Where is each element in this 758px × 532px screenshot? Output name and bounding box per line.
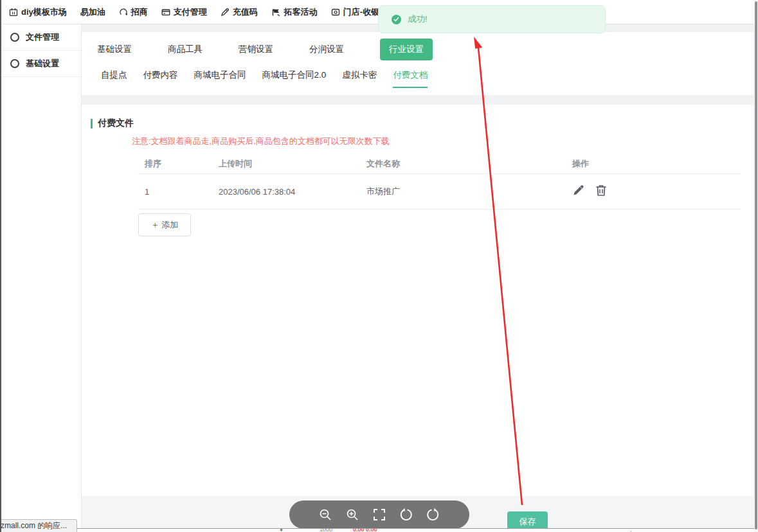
cell-upload-time: 2023/06/06 17:38:04	[219, 187, 366, 197]
clipped-text-fragment: ,	[630, 528, 632, 532]
rotate-left-icon[interactable]	[399, 508, 413, 522]
clipped-text-fragment: ¥	[280, 528, 283, 532]
radio-circle-icon	[10, 33, 19, 42]
topnav-item-diy-template-market[interactable]: diy模板市场	[9, 6, 67, 18]
zoom-in-icon[interactable]	[345, 508, 360, 522]
settings-tabs-card: 基础设置 商品工具 营销设置 分润设置 行业设置 自提点 付费内容 商城电子合同…	[82, 32, 753, 95]
tab-basic-settings[interactable]: 基础设置	[97, 39, 132, 60]
card-icon	[161, 8, 170, 17]
fullscreen-icon[interactable]	[372, 508, 386, 522]
paid-files-panel: 付费文件 注意:文档跟着商品走,商品购买后,商品包含的文档都可以无限次数下载 排…	[82, 105, 753, 496]
window-left-edge	[0, 0, 1, 532]
tab-product-tools[interactable]: 商品工具	[168, 39, 203, 60]
toast-message: 成功!	[408, 13, 428, 25]
calendar-icon	[9, 8, 18, 17]
sidebar: 文件管理 基础设置	[1, 24, 82, 532]
topnav-item-payment-management[interactable]: 支付管理	[161, 6, 207, 18]
subtab-paid-content[interactable]: 付费内容	[143, 69, 178, 88]
edit-pencil-icon[interactable]	[572, 184, 586, 199]
table-header-row: 排序 上传时间 文件名称 操作	[138, 154, 741, 174]
topnav-label: 拓客活动	[284, 6, 318, 18]
browser-status-tooltip: zmall.com 的响应...	[0, 519, 77, 532]
delete-trash-icon[interactable]	[595, 184, 608, 199]
col-header-sort: 排序	[138, 158, 219, 170]
vertical-scrollbar[interactable]	[754, 0, 758, 532]
col-header-file-name: 文件名称	[366, 158, 572, 170]
cell-sort: 1	[138, 187, 219, 197]
topnav-label: 易加油	[80, 6, 105, 18]
subtab-mall-econtract-2[interactable]: 商城电子合同2.0	[262, 69, 327, 88]
topnav-item-customer-activity[interactable]: 拓客活动	[271, 6, 318, 18]
sidebar-item-basic-settings[interactable]: 基础设置	[1, 51, 81, 77]
col-header-actions: 操作	[572, 158, 741, 170]
add-button[interactable]: ＋ 添加	[138, 213, 191, 236]
paid-files-table: 排序 上传时间 文件名称 操作 1 2023/06/06 17:38:04 市场…	[138, 154, 741, 209]
sidebar-item-label: 文件管理	[26, 31, 59, 43]
topnav-label: 招商	[131, 6, 148, 18]
image-viewer-toolbar	[289, 501, 469, 529]
pen-icon	[221, 8, 230, 17]
section-note: 注意:文档跟着商品走,商品购买后,商品包含的文档都可以无限次数下载	[132, 136, 390, 147]
flag-icon	[271, 8, 281, 17]
section-title: 付费文件	[98, 118, 134, 129]
topnav-label: diy模板市场	[21, 6, 67, 18]
recycle-icon	[119, 8, 128, 17]
subtab-paid-documents[interactable]: 付费文档	[393, 69, 428, 88]
topnav-item-yijiayou[interactable]: 易加油	[80, 6, 105, 18]
subtab-virtual-card[interactable]: 虚拟卡密	[342, 69, 377, 88]
tab-marketing-settings[interactable]: 营销设置	[239, 39, 273, 60]
subtab-pickup-point[interactable]: 自提点	[101, 69, 127, 88]
sidebar-item-file-management[interactable]: 文件管理	[1, 24, 81, 51]
topnav-item-recharge-code[interactable]: 充值码	[221, 6, 258, 18]
clipped-text-fragment: 0.00 0.00	[353, 528, 377, 532]
section-accent-bar	[91, 119, 93, 129]
cell-actions	[572, 184, 741, 199]
tab-profit-settings[interactable]: 分润设置	[309, 39, 344, 60]
clipped-text-fragment: 1000	[320, 528, 332, 532]
sub-tabs: 自提点 付费内容 商城电子合同 商城电子合同2.0 虚拟卡密 付费文档	[101, 69, 428, 88]
main-tabs: 基础设置 商品工具 营销设置 分润设置 行业设置	[97, 39, 433, 60]
radio-circle-icon	[10, 59, 19, 68]
tab-industry-settings[interactable]: 行业设置	[380, 39, 433, 60]
topnav-label: 支付管理	[174, 6, 207, 18]
subtab-mall-econtract[interactable]: 商城电子合同	[194, 69, 246, 88]
zoom-out-icon[interactable]	[318, 508, 333, 522]
cell-file-name: 市场推广	[366, 186, 572, 197]
success-check-icon	[392, 15, 401, 24]
store-icon	[331, 8, 340, 17]
topnav-item-zhaoshang[interactable]: 招商	[119, 6, 148, 18]
section-header: 付费文件	[91, 118, 134, 129]
scrollbar-thumb[interactable]	[755, 1, 757, 529]
sidebar-item-label: 基础设置	[26, 58, 59, 69]
col-header-upload-time: 上传时间	[219, 158, 366, 170]
clipped-page-row: ¥ 1000 0.00 0.00 ,	[76, 528, 758, 532]
table-row: 1 2023/06/06 17:38:04 市场推广	[138, 174, 741, 209]
topnav-label: 充值码	[233, 6, 258, 18]
success-toast: 成功!	[378, 5, 606, 33]
rotate-right-icon[interactable]	[426, 508, 440, 522]
